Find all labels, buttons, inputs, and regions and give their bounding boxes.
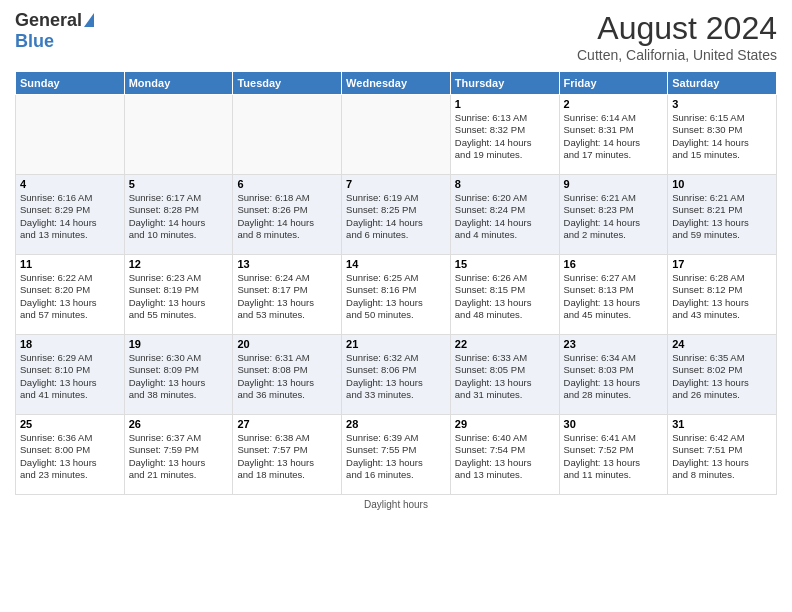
day-number: 13 xyxy=(237,258,337,270)
day-info: Sunrise: 6:16 AM Sunset: 8:29 PM Dayligh… xyxy=(20,192,120,241)
day-number: 19 xyxy=(129,338,229,350)
day-number: 29 xyxy=(455,418,555,430)
calendar-row-3: 18Sunrise: 6:29 AM Sunset: 8:10 PM Dayli… xyxy=(16,335,777,415)
table-row: 18Sunrise: 6:29 AM Sunset: 8:10 PM Dayli… xyxy=(16,335,125,415)
table-row xyxy=(16,95,125,175)
day-number: 23 xyxy=(564,338,664,350)
logo-general: General xyxy=(15,10,82,31)
table-row: 26Sunrise: 6:37 AM Sunset: 7:59 PM Dayli… xyxy=(124,415,233,495)
day-number: 18 xyxy=(20,338,120,350)
day-number: 17 xyxy=(672,258,772,270)
table-row: 13Sunrise: 6:24 AM Sunset: 8:17 PM Dayli… xyxy=(233,255,342,335)
day-number: 15 xyxy=(455,258,555,270)
table-row xyxy=(233,95,342,175)
location-subtitle: Cutten, California, United States xyxy=(577,47,777,63)
day-number: 22 xyxy=(455,338,555,350)
day-number: 1 xyxy=(455,98,555,110)
day-info: Sunrise: 6:35 AM Sunset: 8:02 PM Dayligh… xyxy=(672,352,772,401)
table-row: 1Sunrise: 6:13 AM Sunset: 8:32 PM Daylig… xyxy=(450,95,559,175)
table-row: 15Sunrise: 6:26 AM Sunset: 8:15 PM Dayli… xyxy=(450,255,559,335)
table-row: 22Sunrise: 6:33 AM Sunset: 8:05 PM Dayli… xyxy=(450,335,559,415)
day-info: Sunrise: 6:21 AM Sunset: 8:23 PM Dayligh… xyxy=(564,192,664,241)
table-row: 19Sunrise: 6:30 AM Sunset: 8:09 PM Dayli… xyxy=(124,335,233,415)
table-row: 3Sunrise: 6:15 AM Sunset: 8:30 PM Daylig… xyxy=(668,95,777,175)
calendar-header-row: Sunday Monday Tuesday Wednesday Thursday… xyxy=(16,72,777,95)
day-number: 16 xyxy=(564,258,664,270)
day-info: Sunrise: 6:41 AM Sunset: 7:52 PM Dayligh… xyxy=(564,432,664,481)
table-row: 16Sunrise: 6:27 AM Sunset: 8:13 PM Dayli… xyxy=(559,255,668,335)
day-info: Sunrise: 6:17 AM Sunset: 8:28 PM Dayligh… xyxy=(129,192,229,241)
table-row: 23Sunrise: 6:34 AM Sunset: 8:03 PM Dayli… xyxy=(559,335,668,415)
day-info: Sunrise: 6:28 AM Sunset: 8:12 PM Dayligh… xyxy=(672,272,772,321)
title-section: August 2024 Cutten, California, United S… xyxy=(577,10,777,63)
header-sunday: Sunday xyxy=(16,72,125,95)
day-info: Sunrise: 6:36 AM Sunset: 8:00 PM Dayligh… xyxy=(20,432,120,481)
calendar-row-0: 1Sunrise: 6:13 AM Sunset: 8:32 PM Daylig… xyxy=(16,95,777,175)
day-number: 4 xyxy=(20,178,120,190)
day-info: Sunrise: 6:23 AM Sunset: 8:19 PM Dayligh… xyxy=(129,272,229,321)
day-info: Sunrise: 6:15 AM Sunset: 8:30 PM Dayligh… xyxy=(672,112,772,161)
table-row: 2Sunrise: 6:14 AM Sunset: 8:31 PM Daylig… xyxy=(559,95,668,175)
logo: General Blue xyxy=(15,10,94,52)
day-number: 5 xyxy=(129,178,229,190)
table-row: 7Sunrise: 6:19 AM Sunset: 8:25 PM Daylig… xyxy=(342,175,451,255)
logo-blue: Blue xyxy=(15,31,54,52)
day-number: 31 xyxy=(672,418,772,430)
table-row: 24Sunrise: 6:35 AM Sunset: 8:02 PM Dayli… xyxy=(668,335,777,415)
day-info: Sunrise: 6:20 AM Sunset: 8:24 PM Dayligh… xyxy=(455,192,555,241)
day-number: 28 xyxy=(346,418,446,430)
day-number: 21 xyxy=(346,338,446,350)
day-number: 8 xyxy=(455,178,555,190)
header: General Blue August 2024 Cutten, Califor… xyxy=(15,10,777,63)
table-row: 4Sunrise: 6:16 AM Sunset: 8:29 PM Daylig… xyxy=(16,175,125,255)
day-number: 27 xyxy=(237,418,337,430)
day-number: 26 xyxy=(129,418,229,430)
day-number: 14 xyxy=(346,258,446,270)
day-number: 30 xyxy=(564,418,664,430)
header-monday: Monday xyxy=(124,72,233,95)
day-number: 11 xyxy=(20,258,120,270)
day-number: 12 xyxy=(129,258,229,270)
calendar-table: Sunday Monday Tuesday Wednesday Thursday… xyxy=(15,71,777,495)
day-number: 10 xyxy=(672,178,772,190)
calendar-row-1: 4Sunrise: 6:16 AM Sunset: 8:29 PM Daylig… xyxy=(16,175,777,255)
day-info: Sunrise: 6:14 AM Sunset: 8:31 PM Dayligh… xyxy=(564,112,664,161)
day-number: 24 xyxy=(672,338,772,350)
day-number: 2 xyxy=(564,98,664,110)
day-info: Sunrise: 6:21 AM Sunset: 8:21 PM Dayligh… xyxy=(672,192,772,241)
table-row: 21Sunrise: 6:32 AM Sunset: 8:06 PM Dayli… xyxy=(342,335,451,415)
day-info: Sunrise: 6:33 AM Sunset: 8:05 PM Dayligh… xyxy=(455,352,555,401)
day-info: Sunrise: 6:25 AM Sunset: 8:16 PM Dayligh… xyxy=(346,272,446,321)
day-info: Sunrise: 6:26 AM Sunset: 8:15 PM Dayligh… xyxy=(455,272,555,321)
day-info: Sunrise: 6:31 AM Sunset: 8:08 PM Dayligh… xyxy=(237,352,337,401)
day-info: Sunrise: 6:34 AM Sunset: 8:03 PM Dayligh… xyxy=(564,352,664,401)
day-info: Sunrise: 6:13 AM Sunset: 8:32 PM Dayligh… xyxy=(455,112,555,161)
month-title: August 2024 xyxy=(577,10,777,47)
day-info: Sunrise: 6:30 AM Sunset: 8:09 PM Dayligh… xyxy=(129,352,229,401)
table-row: 8Sunrise: 6:20 AM Sunset: 8:24 PM Daylig… xyxy=(450,175,559,255)
table-row: 28Sunrise: 6:39 AM Sunset: 7:55 PM Dayli… xyxy=(342,415,451,495)
header-friday: Friday xyxy=(559,72,668,95)
header-thursday: Thursday xyxy=(450,72,559,95)
header-wednesday: Wednesday xyxy=(342,72,451,95)
table-row: 29Sunrise: 6:40 AM Sunset: 7:54 PM Dayli… xyxy=(450,415,559,495)
calendar-row-4: 25Sunrise: 6:36 AM Sunset: 8:00 PM Dayli… xyxy=(16,415,777,495)
table-row: 6Sunrise: 6:18 AM Sunset: 8:26 PM Daylig… xyxy=(233,175,342,255)
header-saturday: Saturday xyxy=(668,72,777,95)
day-info: Sunrise: 6:29 AM Sunset: 8:10 PM Dayligh… xyxy=(20,352,120,401)
calendar-row-2: 11Sunrise: 6:22 AM Sunset: 8:20 PM Dayli… xyxy=(16,255,777,335)
day-info: Sunrise: 6:22 AM Sunset: 8:20 PM Dayligh… xyxy=(20,272,120,321)
table-row: 27Sunrise: 6:38 AM Sunset: 7:57 PM Dayli… xyxy=(233,415,342,495)
table-row: 5Sunrise: 6:17 AM Sunset: 8:28 PM Daylig… xyxy=(124,175,233,255)
page-container: General Blue August 2024 Cutten, Califor… xyxy=(0,0,792,515)
day-number: 6 xyxy=(237,178,337,190)
day-info: Sunrise: 6:19 AM Sunset: 8:25 PM Dayligh… xyxy=(346,192,446,241)
day-info: Sunrise: 6:27 AM Sunset: 8:13 PM Dayligh… xyxy=(564,272,664,321)
table-row: 30Sunrise: 6:41 AM Sunset: 7:52 PM Dayli… xyxy=(559,415,668,495)
day-info: Sunrise: 6:40 AM Sunset: 7:54 PM Dayligh… xyxy=(455,432,555,481)
day-info: Sunrise: 6:37 AM Sunset: 7:59 PM Dayligh… xyxy=(129,432,229,481)
table-row: 14Sunrise: 6:25 AM Sunset: 8:16 PM Dayli… xyxy=(342,255,451,335)
day-info: Sunrise: 6:18 AM Sunset: 8:26 PM Dayligh… xyxy=(237,192,337,241)
logo-triangle-icon xyxy=(84,13,94,27)
day-number: 3 xyxy=(672,98,772,110)
